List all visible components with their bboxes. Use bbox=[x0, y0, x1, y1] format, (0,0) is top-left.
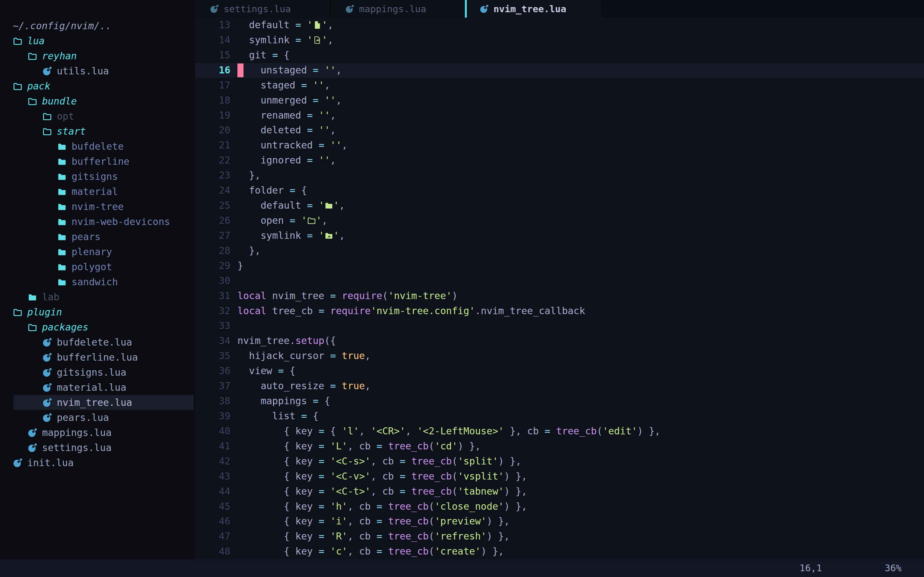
folder-symlink-green-icon bbox=[325, 231, 333, 240]
tab-mappings.lua[interactable]: mappings.lua bbox=[330, 0, 465, 18]
tree-item-gitsigns[interactable]: gitsigns bbox=[0, 169, 195, 184]
code-line-19[interactable]: 19 renamed = '', bbox=[195, 108, 924, 123]
code-line-18[interactable]: 18 unmerged = '', bbox=[195, 93, 924, 108]
code-line-37[interactable]: 37 auto_resize = true, bbox=[195, 379, 924, 394]
code-line-17[interactable]: 17 staged = '', bbox=[195, 78, 924, 93]
line-number: 30 bbox=[195, 274, 237, 288]
code-line-21[interactable]: 21 untracked = '', bbox=[195, 138, 924, 153]
tree-item-plugin[interactable]: plugin bbox=[0, 305, 195, 319]
tree-item-label: reyhan bbox=[42, 48, 77, 63]
code-editor[interactable]: 13 default = '',14 symlink = '',15 git =… bbox=[195, 18, 924, 559]
line-number: 29 bbox=[195, 258, 237, 274]
code-line-32[interactable]: 32local tree_cb = require'nvim-tree.conf… bbox=[195, 303, 924, 319]
code-line-26[interactable]: 26 open = '', bbox=[195, 213, 924, 228]
tree-item-nvim-web-devicons[interactable]: nvim-web-devicons bbox=[0, 214, 195, 229]
tree-item-sandwich[interactable]: sandwich bbox=[0, 274, 195, 290]
code-line-45[interactable]: 45 { key = 'h', cb = tree_cb('close_node… bbox=[195, 499, 924, 514]
tab-bar: settings.luamappings.luanvim_tree.lua bbox=[195, 0, 924, 18]
code-line-27[interactable]: 27 symlink = '', bbox=[195, 228, 924, 243]
tree-item-label: material.lua bbox=[57, 380, 126, 395]
code-line-text: auto_resize = true, bbox=[237, 379, 371, 394]
code-line-28[interactable]: 28 }, bbox=[195, 243, 924, 258]
tree-item-init.lua[interactable]: init.lua bbox=[0, 455, 195, 470]
code-line-29[interactable]: 29} bbox=[195, 258, 924, 274]
tree-item-polygot[interactable]: polygot bbox=[0, 259, 195, 274]
code-line-text: mappings = { bbox=[237, 394, 330, 409]
code-line-24[interactable]: 24 folder = { bbox=[195, 183, 924, 198]
tree-item-reyhan[interactable]: reyhan bbox=[0, 48, 195, 63]
tree-item-label: nvim-web-devicons bbox=[71, 214, 170, 229]
tree-item-label: start bbox=[57, 124, 86, 139]
code-line-text: { key = '<C-t>', cb = tree_cb('tabnew') … bbox=[237, 484, 527, 499]
code-line-48[interactable]: 48 { key = 'c', cb = tree_cb('create') }… bbox=[195, 544, 924, 559]
line-number: 34 bbox=[195, 334, 237, 348]
tree-item-label: plenary bbox=[71, 244, 112, 259]
code-line-42[interactable]: 42 { key = '<C-s>', cb = tree_cb('split'… bbox=[195, 454, 924, 469]
tree-item-opt[interactable]: opt bbox=[0, 109, 195, 124]
tree-item-bundle[interactable]: bundle bbox=[0, 93, 195, 109]
tree-item-start[interactable]: start bbox=[0, 124, 195, 139]
code-line-46[interactable]: 46 { key = 'i', cb = tree_cb('preview') … bbox=[195, 514, 924, 529]
code-line-text: default = '', bbox=[237, 18, 333, 33]
tree-item-label: bundle bbox=[42, 93, 77, 109]
line-number: 13 bbox=[195, 18, 237, 33]
folder-open-icon bbox=[42, 127, 52, 136]
folder-open-icon bbox=[27, 51, 37, 61]
code-line-text: default = '', bbox=[237, 198, 345, 213]
line-number: 40 bbox=[195, 424, 237, 439]
code-line-36[interactable]: 36 view = { bbox=[195, 364, 924, 379]
tree-item-label: pears bbox=[71, 229, 100, 244]
tree-item-material.lua[interactable]: material.lua bbox=[0, 380, 195, 395]
code-line-22[interactable]: 22 ignored = '', bbox=[195, 153, 924, 168]
tree-item-label: opt bbox=[57, 109, 74, 124]
tree-item-nvim-tree[interactable]: nvim-tree bbox=[0, 199, 195, 214]
tree-item-pears[interactable]: pears bbox=[0, 229, 195, 244]
tree-item-settings.lua[interactable]: settings.lua bbox=[0, 440, 195, 455]
code-line-20[interactable]: 20 deleted = '', bbox=[195, 123, 924, 138]
neovim-window: ~/.config/nvim/..luareyhanutils.luapackb… bbox=[0, 0, 924, 577]
code-line-23[interactable]: 23 }, bbox=[195, 168, 924, 183]
tree-item-packages[interactable]: packages bbox=[0, 319, 195, 335]
code-line-41[interactable]: 41 { key = 'L', cb = tree_cb('cd') }, bbox=[195, 439, 924, 454]
tree-item-label: lua bbox=[27, 33, 45, 48]
tree-item-lua[interactable]: lua bbox=[0, 33, 195, 48]
tree-item-gitsigns.lua[interactable]: gitsigns.lua bbox=[0, 365, 195, 380]
code-line-33[interactable]: 33 bbox=[195, 318, 924, 334]
code-line-47[interactable]: 47 { key = 'R', cb = tree_cb('refresh') … bbox=[195, 529, 924, 544]
tab-nvim_tree.lua[interactable]: nvim_tree.lua bbox=[467, 0, 601, 18]
line-number: 47 bbox=[195, 529, 237, 544]
tree-item-bufferline.lua[interactable]: bufferline.lua bbox=[0, 350, 195, 365]
code-line-14[interactable]: 14 symlink = '', bbox=[195, 33, 924, 48]
code-line-38[interactable]: 38 mappings = { bbox=[195, 394, 924, 409]
code-line-40[interactable]: 40 { key = { 'l', '<CR>', '<2-LeftMouse>… bbox=[195, 424, 924, 439]
code-line-15[interactable]: 15 git = { bbox=[195, 48, 924, 63]
code-line-text: folder = { bbox=[237, 183, 307, 198]
tree-item-bufferline[interactable]: bufferline bbox=[0, 154, 195, 169]
tree-item-material[interactable]: material bbox=[0, 184, 195, 199]
code-line-31[interactable]: 31local nvim_tree = require('nvim-tree') bbox=[195, 288, 924, 303]
tree-item-bufdelete[interactable]: bufdelete bbox=[0, 139, 195, 154]
code-line-13[interactable]: 13 default = '', bbox=[195, 18, 924, 33]
code-line-44[interactable]: 44 { key = '<C-t>', cb = tree_cb('tabnew… bbox=[195, 484, 924, 499]
code-line-30[interactable]: 30 bbox=[195, 274, 924, 288]
tree-item-lab[interactable]: lab bbox=[0, 290, 195, 305]
line-number: 22 bbox=[195, 153, 237, 168]
tree-root-path[interactable]: ~/.config/nvim/.. bbox=[0, 18, 195, 33]
tree-item-pears.lua[interactable]: pears.lua bbox=[0, 410, 195, 425]
tree-item-plenary[interactable]: plenary bbox=[0, 244, 195, 259]
tree-item-utils.lua[interactable]: utils.lua bbox=[0, 63, 195, 79]
code-line-39[interactable]: 39 list = { bbox=[195, 409, 924, 424]
cursor-position: 16,1 bbox=[800, 559, 822, 577]
code-line-35[interactable]: 35 hijack_cursor = true, bbox=[195, 348, 924, 364]
code-line-34[interactable]: 34nvim_tree.setup({ bbox=[195, 334, 924, 348]
tree-item-pack[interactable]: pack bbox=[0, 79, 195, 93]
tree-item-label: nvim-tree bbox=[71, 199, 124, 214]
code-line-25[interactable]: 25 default = '', bbox=[195, 198, 924, 213]
tree-item-mappings.lua[interactable]: mappings.lua bbox=[0, 425, 195, 440]
tree-item-nvim_tree.lua[interactable]: nvim_tree.lua bbox=[0, 395, 195, 410]
code-line-43[interactable]: 43 { key = '<C-v>', cb = tree_cb('vsplit… bbox=[195, 469, 924, 484]
tab-settings.lua[interactable]: settings.lua bbox=[195, 0, 330, 18]
code-line-text: local tree_cb = require'nvim-tree.config… bbox=[237, 303, 585, 319]
tree-item-bufdelete.lua[interactable]: bufdelete.lua bbox=[0, 335, 195, 350]
code-line-16[interactable]: 16 unstaged = '', bbox=[195, 63, 924, 78]
